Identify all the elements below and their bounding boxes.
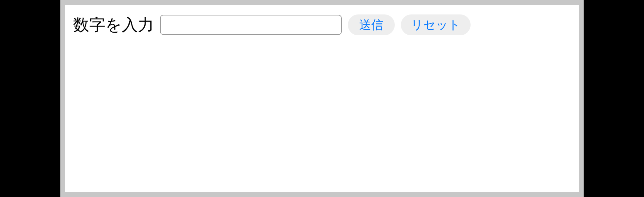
- window-frame: 数字を入力 送信 リセット: [60, 0, 584, 197]
- input-label: 数字を入力: [73, 14, 154, 36]
- reset-button[interactable]: リセット: [401, 14, 471, 35]
- form-row: 数字を入力 送信 リセット: [73, 14, 571, 36]
- number-input[interactable]: [160, 15, 342, 35]
- content-panel: 数字を入力 送信 リセット: [65, 5, 579, 192]
- submit-button[interactable]: 送信: [348, 14, 395, 35]
